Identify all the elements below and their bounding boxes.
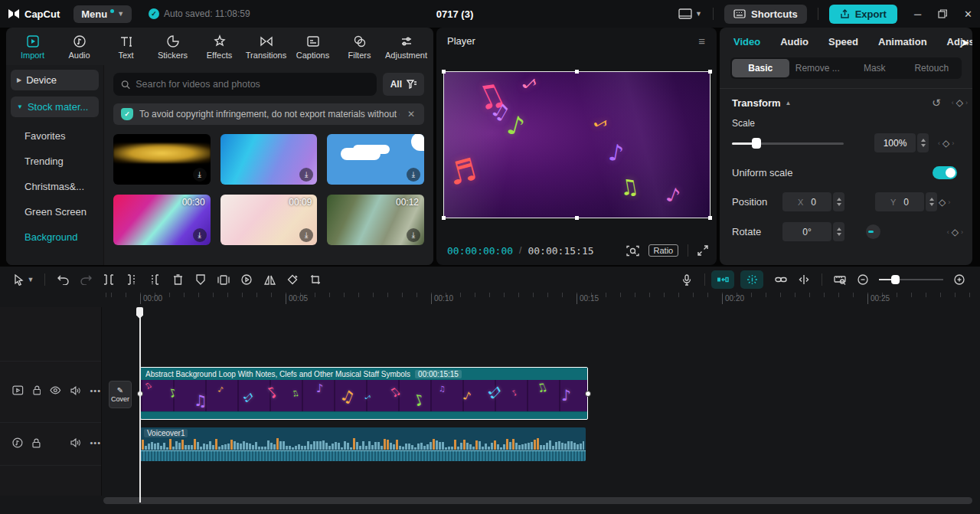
select-tool-button[interactable]: ▼ — [9, 270, 38, 289]
playhead-handle[interactable] — [136, 307, 143, 319]
sidebar-item-stock-materials[interactable]: ▼ Stock mater... — [11, 97, 99, 117]
speed-button[interactable] — [235, 270, 258, 289]
sidebar-item-device[interactable]: ▶ Device — [11, 70, 99, 90]
speaker-icon[interactable] — [70, 386, 81, 395]
crop-button[interactable] — [304, 270, 327, 289]
mirror-button[interactable] — [258, 270, 281, 289]
preview-stage[interactable]: ♫♪♫♬♪♪♫♪♪ — [444, 72, 710, 218]
tab-audio-settings[interactable]: Audio — [780, 36, 808, 47]
reset-icon[interactable]: ↺ — [932, 97, 941, 109]
download-icon[interactable]: ⤓ — [193, 228, 207, 242]
tab-text[interactable]: Text — [103, 31, 149, 65]
search-box[interactable] — [113, 73, 377, 96]
thumbnail-river-rocks[interactable]: 00:12 ⤓ — [327, 195, 424, 245]
uniform-scale-toggle[interactable] — [933, 166, 957, 179]
thumbnail-gradient-loop[interactable]: 00:30 ⤓ — [113, 195, 211, 245]
transform-handle[interactable] — [442, 70, 446, 74]
video-clip[interactable]: Abstract Background Loop With Notes, Cle… — [140, 367, 588, 420]
download-icon[interactable]: ⤓ — [193, 168, 207, 182]
horizontal-scrollbar[interactable] — [103, 497, 972, 504]
export-button[interactable]: Export — [829, 5, 897, 24]
transform-handle[interactable] — [575, 216, 579, 220]
lock-icon[interactable] — [33, 385, 41, 395]
rotate-stepper[interactable] — [833, 222, 844, 241]
scale-slider-knob[interactable] — [752, 138, 761, 149]
timeline-zoom-slider[interactable] — [879, 275, 943, 284]
download-icon[interactable]: ⤓ — [407, 228, 420, 242]
record-voiceover-button[interactable] — [675, 270, 698, 289]
tab-transitions[interactable]: Transitions — [243, 31, 289, 65]
delete-button[interactable] — [166, 270, 189, 289]
tab-animation[interactable]: Animation — [878, 36, 927, 47]
edit-cover-button[interactable]: ✎ Cover — [109, 381, 132, 408]
scale-stepper[interactable] — [917, 133, 929, 152]
eye-icon[interactable] — [50, 386, 61, 395]
link-button[interactable] — [769, 270, 792, 289]
position-y-field[interactable]: Y 0 — [875, 192, 924, 211]
ratio-button[interactable]: Ratio — [648, 244, 679, 257]
restore-button[interactable] — [938, 9, 947, 18]
tab-effects[interactable]: Effects — [196, 31, 243, 65]
keyframe-diamond-icon[interactable]: ◇ — [942, 138, 949, 149]
sidebar-item-background[interactable]: Background — [11, 224, 99, 250]
tab-video[interactable]: Video — [733, 36, 760, 47]
transform-handle[interactable] — [575, 70, 579, 74]
subtab-remove[interactable]: Remove ... — [789, 59, 847, 77]
position-y-stepper[interactable] — [926, 192, 937, 211]
tab-import[interactable]: Import — [9, 31, 56, 65]
clip-trim-handle-right[interactable] — [585, 391, 591, 397]
subtab-retouch[interactable]: Retouch — [903, 59, 961, 77]
split-right-button[interactable] — [143, 270, 166, 289]
thumbnail-gold-glitter[interactable]: ⤓ — [113, 134, 211, 185]
snap-toggle[interactable] — [740, 270, 763, 289]
filter-button[interactable]: All — [383, 73, 424, 96]
shortcuts-button[interactable]: Shortcuts — [724, 5, 807, 24]
close-button[interactable]: ✕ — [964, 8, 972, 20]
sidebar-item-trending[interactable]: Trending — [11, 149, 99, 174]
split-button[interactable] — [97, 270, 120, 289]
minimize-button[interactable]: ─ — [914, 8, 921, 20]
keyframe-diamond-icon[interactable]: ◇ — [952, 227, 959, 237]
keyframe-control[interactable]: ‹ ◇ › — [947, 227, 963, 237]
scale-slider[interactable] — [732, 138, 844, 149]
position-x-field[interactable]: X 0 — [782, 192, 831, 211]
thumbnail-pastel-texture[interactable]: 00:09 ⤓ — [220, 195, 318, 245]
keyframe-control[interactable]: ‹ ◇ › — [938, 138, 954, 149]
split-view-button[interactable] — [792, 270, 815, 289]
tab-stickers[interactable]: Stickers — [149, 31, 196, 65]
rotate-value-field[interactable]: 0° — [782, 222, 831, 241]
download-icon[interactable]: ⤓ — [299, 228, 313, 242]
sidebar-item-green-screen[interactable]: Green Screen — [11, 199, 99, 224]
transform-handle[interactable] — [708, 70, 712, 74]
timeline-zoom-knob[interactable] — [891, 275, 900, 284]
thumbnail-sky-clouds[interactable]: ⤓ — [327, 134, 424, 185]
playhead-line[interactable] — [139, 307, 141, 503]
mask-button[interactable] — [189, 270, 212, 289]
player-menu-icon[interactable]: ≡ — [698, 34, 706, 47]
download-icon[interactable]: ⤓ — [407, 168, 420, 182]
scale-value-field[interactable]: 100% — [874, 133, 916, 152]
speaker-icon[interactable] — [70, 438, 81, 447]
subtab-mask[interactable]: Mask — [846, 59, 903, 77]
zoom-in-button[interactable] — [948, 270, 971, 289]
sidebar-item-christmas[interactable]: Christmas&... — [11, 174, 99, 199]
more-options-icon[interactable]: ••• — [90, 386, 101, 395]
rotate-button[interactable] — [281, 270, 304, 289]
layout-switch-button[interactable]: ▼ — [678, 8, 702, 19]
undo-button[interactable] — [51, 270, 74, 289]
timeline-ruler[interactable]: 00:00 00:05 00:10 00:15 00:20 00:25 — [102, 293, 980, 307]
transform-handle[interactable] — [442, 216, 446, 220]
sidebar-item-favorites[interactable]: Favorites — [11, 123, 99, 149]
lock-icon[interactable] — [32, 438, 41, 448]
auto-ripple-toggle[interactable] — [711, 270, 734, 289]
audio-clip[interactable]: Voiceover1 — [140, 427, 586, 461]
freeze-frame-button[interactable] — [212, 270, 235, 289]
keyframe-control[interactable]: ◇ › — [939, 197, 950, 208]
rotate-dial[interactable] — [866, 224, 880, 239]
tab-captions[interactable]: Captions — [289, 31, 336, 65]
keyframe-control[interactable]: ‹ ◇ › — [952, 97, 968, 108]
transform-handle[interactable] — [708, 216, 712, 220]
redo-button[interactable] — [74, 270, 97, 289]
close-icon[interactable]: ✕ — [406, 109, 416, 119]
search-input[interactable] — [136, 79, 368, 90]
